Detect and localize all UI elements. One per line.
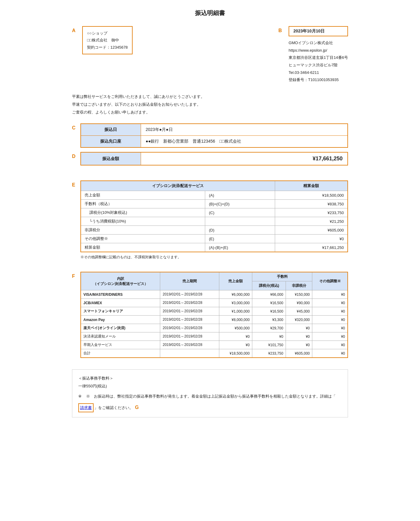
- furikomi-day-header: 振込日: [81, 124, 141, 136]
- header-left: A ○○ショップ □□株式会社 御中 契約コード：12345678: [72, 26, 133, 54]
- f-row-period: 2019/02/01～2019/02/28: [160, 324, 219, 332]
- notice-body: ※ ※ お振込時は、弊社指定の振込事務手数料が発生します。着金金額は上記振込金額…: [78, 392, 342, 412]
- f-row-period: 2019/02/01～2019/02/28: [160, 299, 219, 307]
- row-code: [205, 217, 275, 226]
- f-row-period: 2019/02/01～2019/02/28: [160, 341, 219, 349]
- f-col6-header: その他調整※: [312, 272, 348, 290]
- service-header: イプシロン決済/配送サービス: [81, 181, 275, 191]
- furikomi-account-value: ●●銀行 新都心営業部 普通123456 □□株式会社: [141, 136, 348, 148]
- table-row: 内訳（イプシロン決済/配送サービス） 売上期間 売上金額 手数料 その他調整※: [81, 272, 348, 281]
- f-row-period: 2019/02/01～2019/02/28: [160, 316, 219, 324]
- table-c: 振込日 2023年●月●日 振込先口座 ●●銀行 新都心営業部 普通123456…: [80, 123, 348, 148]
- f-row-sales: ¥18,500,000: [219, 349, 252, 358]
- notice-title: ＜振込事務手数料＞: [78, 374, 342, 382]
- header-right: B 2023年10月10日 GMOイプシロン株式会社 https://www.e…: [278, 26, 348, 84]
- f-row-nontax: ¥605,000: [286, 349, 312, 358]
- table-row: 課税分(10%対象税込) (C) ¥233,750: [81, 208, 348, 217]
- f-row-period: 2019/02/01～2019/02/28: [160, 332, 219, 341]
- f-row-name: Amazon Pay: [81, 316, 160, 324]
- f-row-other: ¥0: [312, 324, 348, 332]
- table-row: その他調整※ (E) ¥0: [81, 235, 348, 243]
- date-box: 2023年10月10日: [289, 26, 348, 36]
- row-code: (D): [205, 226, 275, 235]
- f-col5-header: 非課税分: [286, 281, 312, 290]
- invoice-link[interactable]: 請求書: [78, 403, 94, 412]
- amount-value: ¥17,661,250: [141, 152, 348, 165]
- f-row-sales: ¥1,000,000: [219, 307, 252, 316]
- row-code: (A)-(B)+(E): [205, 243, 275, 252]
- shop-info-box: ○○ショップ □□株式会社 御中 契約コード：12345678: [82, 26, 133, 54]
- f-row-name: JCB/AMEX: [81, 299, 160, 307]
- section-e-content: イプシロン決済/配送サービス 精算金額 売上金額 (A) ¥18,500,000…: [80, 180, 348, 266]
- furikomi-account-header: 振込先口座: [81, 136, 141, 148]
- f-row-other: ¥0: [312, 349, 348, 358]
- notice-text2: 」をご確認ください。: [94, 404, 133, 412]
- table-row: 決済承認通知メール 2019/02/01～2019/02/28 ¥0 ¥0 ¥0…: [81, 332, 348, 341]
- label-a: A: [72, 28, 78, 33]
- row-value: ¥605,000: [275, 226, 348, 235]
- contract-code: 契約コード：12345678: [87, 44, 128, 51]
- table-row: JCB/AMEX 2019/02/01～2019/02/28 ¥3,000,00…: [81, 299, 348, 307]
- section-f-wrapper: F 内訳（イプシロン決済/配送サービス） 売上期間 売上金額 手数料 その他調整…: [72, 272, 348, 360]
- row-value: ¥838,750: [275, 200, 348, 208]
- f-row-nontax: ¥45,000: [286, 307, 312, 316]
- f-row-other: ¥0: [312, 332, 348, 341]
- row-code: (B)=(C)+(D): [205, 200, 275, 208]
- f-row-period: [160, 349, 219, 358]
- f-row-tax: ¥3,300: [252, 316, 286, 324]
- table-e: イプシロン決済/配送サービス 精算金額 売上金額 (A) ¥18,500,000…: [80, 180, 348, 252]
- row-value: ¥0: [275, 235, 348, 243]
- f-row-sales: ¥8,000,000: [219, 316, 252, 324]
- amount-header: 振込金額: [81, 152, 141, 165]
- label-b: B: [278, 28, 284, 33]
- f-row-sales: ¥500,000: [219, 324, 252, 332]
- row-label: └うち消費税額(10%): [81, 217, 205, 226]
- table-d: 振込金額 ¥17,661,250: [80, 152, 348, 165]
- table-row: 非課税分 (D) ¥605,000: [81, 226, 348, 235]
- f-col2-header: 売上期間: [160, 272, 219, 290]
- f-row-sales: ¥6,000,000: [219, 290, 252, 299]
- company-info: GMOイプシロン株式会社 https://www.epsilon.jp/ 東京都…: [289, 39, 348, 84]
- f-row-nontax: ¥0: [286, 332, 312, 341]
- section-e-wrapper: E イプシロン決済/配送サービス 精算金額 売上金額 (A) ¥18,500,0…: [72, 180, 348, 266]
- table-row: 振込先口座 ●●銀行 新都心営業部 普通123456 □□株式会社: [81, 136, 348, 148]
- f-row-other: ¥0: [312, 316, 348, 324]
- f-row-sales: ¥3,000,000: [219, 299, 252, 307]
- notice-asterisk: ※: [78, 392, 86, 400]
- row-value: ¥233,750: [275, 208, 348, 217]
- section-f-content: 内訳（イプシロン決済/配送サービス） 売上期間 売上金額 手数料 その他調整※ …: [80, 272, 348, 360]
- f-row-tax: ¥16,500: [252, 307, 286, 316]
- table-row: 楽天ペイ(オンライン決済) 2019/02/01～2019/02/28 ¥500…: [81, 324, 348, 332]
- f-col1-header: 内訳（イプシロン決済/配送サービス）: [81, 272, 160, 290]
- row-code: (C): [205, 208, 275, 217]
- label-g: G: [135, 403, 141, 412]
- table-row: 手数料（税込） (B)=(C)+(D) ¥838,750: [81, 200, 348, 208]
- f-row-name: VISA/MASTER/DINERS: [81, 290, 160, 299]
- issuer-building: ヒューマックス渋谷ビル7階: [289, 62, 348, 69]
- table-row: 振込日 2023年●月●日: [81, 124, 348, 136]
- f-row-tax: ¥101,750: [252, 341, 286, 349]
- section-d-content: 振込金額 ¥17,661,250: [80, 152, 348, 173]
- f-row-name: 決済承認通知メール: [81, 332, 160, 341]
- row-label: 精算金額: [81, 243, 205, 252]
- greeting-line2: 早速ではございますが、以下のとおりお振込金額をお知らせいたします。: [72, 101, 348, 108]
- page-title: 振込明細書: [72, 9, 348, 17]
- greeting-line3: ご査収の程、よろしくお願い申しあげます。: [72, 108, 348, 116]
- table-row: 早期入金サービス 2019/02/01～2019/02/28 ¥0 ¥101,7…: [81, 341, 348, 349]
- row-label: 手数料（税込）: [81, 200, 205, 208]
- f-row-other: ¥0: [312, 299, 348, 307]
- table-row: イプシロン決済/配送サービス 精算金額: [81, 181, 348, 191]
- notice-text1: ※ お振込時は、弊社指定の振込事務手数料が発生します。着金金額は上記振込金額から…: [86, 392, 336, 400]
- section-c-content: 振込日 2023年●月●日 振込先口座 ●●銀行 新都心営業部 普通123456…: [80, 123, 348, 148]
- notice-rate: 一律550円(税込): [78, 382, 342, 390]
- f-row-name: 早期入金サービス: [81, 341, 160, 349]
- company-name: □□株式会社 御中: [87, 37, 128, 44]
- row-label: 売上金額: [81, 191, 205, 200]
- f-row-name: 楽天ペイ(オンライン決済): [81, 324, 160, 332]
- issuer-url: https://www.epsilon.jp/: [289, 47, 348, 54]
- label-e: E: [72, 182, 78, 188]
- row-value: ¥21,250: [275, 217, 348, 226]
- shop-name: ○○ショップ: [87, 30, 128, 37]
- issuer-tel: Tel.03-3464-6211: [289, 69, 348, 77]
- row-label: 課税分(10%対象税込): [81, 208, 205, 217]
